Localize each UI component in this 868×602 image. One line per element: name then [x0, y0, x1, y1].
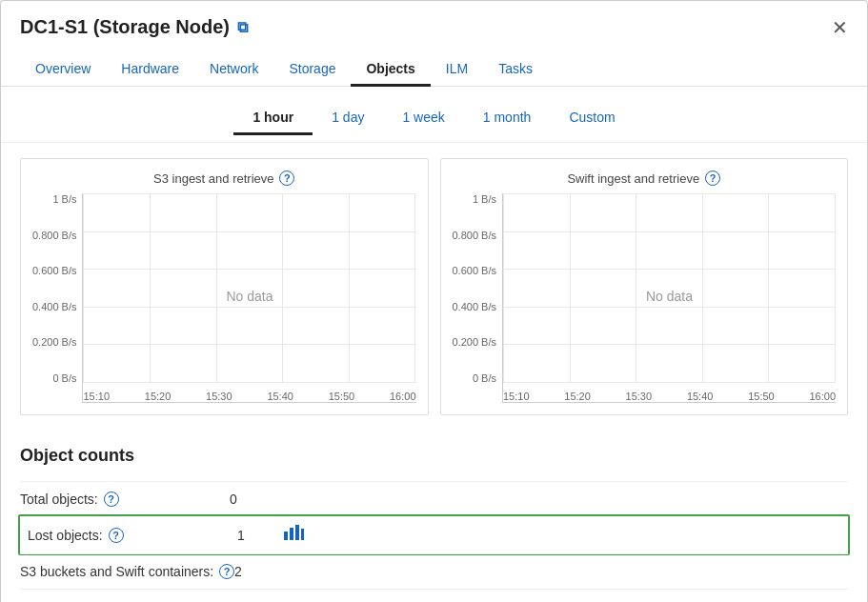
time-tab-custom[interactable]: Custom [550, 102, 634, 135]
bar-chart-icon[interactable] [283, 524, 304, 546]
swift-help-icon[interactable]: ? [705, 171, 720, 186]
time-tabs: 1 hour 1 day 1 week 1 month Custom [1, 87, 867, 143]
lost-objects-help-icon[interactable]: ? [109, 528, 124, 543]
tab-overview[interactable]: Overview [20, 53, 106, 87]
total-objects-value: 0 [230, 492, 268, 507]
lost-objects-row: Lost objects: ? 1 [18, 514, 850, 555]
svg-rect-2 [295, 525, 299, 540]
s3-chart: S3 ingest and retrieve ? 1 B/s 0.800 B/s… [20, 158, 429, 415]
time-tab-1month[interactable]: 1 month [464, 102, 551, 135]
swift-y-axis: 1 B/s 0.800 B/s 0.600 B/s 0.400 B/s 0.20… [453, 193, 502, 403]
total-objects-row: Total objects: ? 0 [20, 481, 848, 516]
swift-chart-title: Swift ingest and retrieve ? [453, 171, 837, 186]
lost-objects-value: 1 [237, 528, 275, 543]
lost-objects-label: Lost objects: ? [28, 528, 237, 543]
s3-buckets-help-icon[interactable]: ? [219, 564, 234, 579]
s3-buckets-value: 2 [234, 564, 273, 579]
tab-storage[interactable]: Storage [273, 53, 351, 87]
charts-row: S3 ingest and retrieve ? 1 B/s 0.800 B/s… [1, 143, 867, 431]
modal-header: DC1-S1 (Storage Node) ⧉ ✕ [1, 1, 867, 38]
nav-tabs: Overview Hardware Network Storage Object… [1, 46, 867, 87]
svg-rect-3 [301, 529, 304, 540]
total-objects-label: Total objects: ? [20, 492, 230, 507]
s3-chart-area: 1 B/s 0.800 B/s 0.600 B/s 0.400 B/s 0.20… [32, 193, 416, 403]
object-counts-section: Object counts Total objects: ? 0 Lost ob… [1, 431, 867, 602]
tab-network[interactable]: Network [194, 53, 273, 87]
s3-help-icon[interactable]: ? [279, 171, 294, 186]
swift-x-axis: 15:10 15:20 15:30 15:40 15:50 16:00 [503, 383, 836, 402]
swift-chart-inner: No data 15:10 15:20 15:30 15:40 15:50 16… [502, 193, 836, 403]
swift-no-data: No data [646, 289, 693, 304]
s3-no-data: No data [226, 289, 273, 304]
time-tab-1week[interactable]: 1 week [383, 102, 463, 135]
swift-chart: Swift ingest and retrieve ? 1 B/s 0.800 … [440, 158, 849, 415]
total-objects-help-icon[interactable]: ? [104, 492, 119, 507]
tab-objects[interactable]: Objects [351, 53, 430, 87]
swift-chart-area: 1 B/s 0.800 B/s 0.600 B/s 0.400 B/s 0.20… [453, 193, 837, 403]
svg-rect-1 [290, 528, 293, 540]
tab-tasks[interactable]: Tasks [483, 53, 548, 87]
time-tab-1hour[interactable]: 1 hour [233, 102, 313, 135]
tab-ilm[interactable]: ILM [431, 53, 483, 87]
svg-rect-0 [284, 532, 288, 540]
title-text: DC1-S1 (Storage Node) [20, 16, 230, 38]
close-button[interactable]: ✕ [832, 18, 848, 37]
s3-chart-title: S3 ingest and retrieve ? [32, 171, 416, 186]
s3-chart-inner: No data 15:10 15:20 15:30 15:40 15:50 16… [82, 193, 415, 403]
s3-x-axis: 15:10 15:20 15:30 15:40 15:50 16:00 [83, 383, 415, 402]
tab-hardware[interactable]: Hardware [106, 53, 194, 87]
modal-title: DC1-S1 (Storage Node) ⧉ [20, 16, 248, 38]
s3-buckets-label: S3 buckets and Swift containers: ? [20, 564, 234, 579]
s3-buckets-row: S3 buckets and Swift containers: ? 2 [20, 553, 848, 590]
modal-window: DC1-S1 (Storage Node) ⧉ ✕ Overview Hardw… [0, 0, 868, 602]
time-tab-1day[interactable]: 1 day [313, 102, 383, 135]
s3-y-axis: 1 B/s 0.800 B/s 0.600 B/s 0.400 B/s 0.20… [32, 193, 82, 403]
external-link-icon[interactable]: ⧉ [237, 19, 248, 36]
object-counts-title: Object counts [20, 446, 848, 466]
